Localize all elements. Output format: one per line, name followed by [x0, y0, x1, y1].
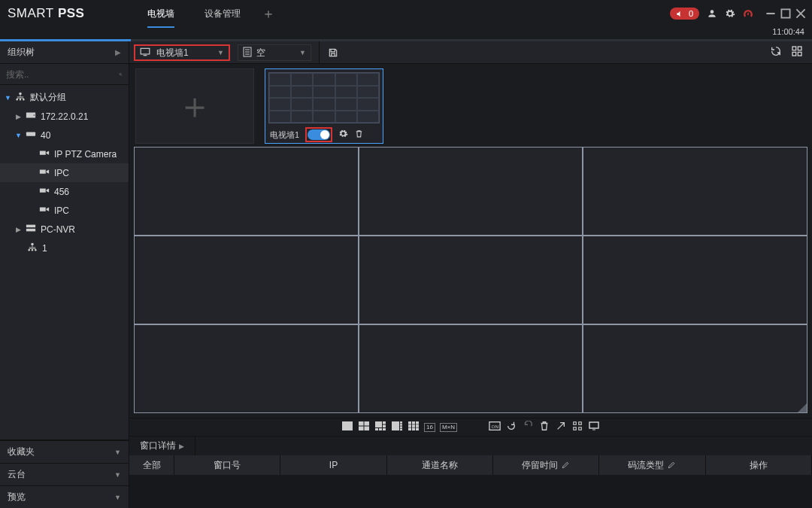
edit-icon[interactable] — [667, 461, 676, 470]
svg-rect-38 — [412, 421, 415, 424]
back-button[interactable] — [522, 421, 534, 433]
decode-to-wall-button[interactable]: ON — [489, 421, 501, 433]
svg-rect-35 — [400, 426, 402, 428]
layout-8-button[interactable] — [391, 421, 403, 433]
gear-icon[interactable] — [725, 8, 735, 19]
wall-enable-highlight — [305, 127, 332, 142]
svg-rect-24 — [359, 427, 364, 431]
grid-config-icon[interactable] — [791, 45, 803, 59]
add-wall-button[interactable]: ＋ — [135, 68, 254, 144]
maximize-button[interactable] — [780, 8, 791, 19]
col-channel: 通道名称 — [387, 455, 493, 475]
divider — [319, 41, 320, 63]
svg-rect-34 — [400, 424, 402, 426]
detail-table-empty — [129, 475, 812, 508]
window-controls — [765, 8, 806, 19]
layout-16-button[interactable]: 16 — [424, 423, 435, 432]
viewer-cell[interactable] — [583, 236, 807, 324]
viewer-cell[interactable] — [583, 148, 807, 235]
accordion-preview[interactable]: 预览▼ — [0, 485, 129, 508]
accordion-favorites[interactable]: 收藏夹▼ — [0, 440, 129, 463]
tree-channel-label: IP PTZ Camera — [54, 149, 117, 160]
tree-channel-456[interactable]: 456 — [0, 182, 129, 201]
notification-badge[interactable]: 0 — [670, 8, 699, 20]
svg-rect-25 — [364, 427, 369, 431]
search-icon[interactable] — [119, 69, 123, 80]
svg-point-19 — [32, 249, 34, 251]
layout-6-button[interactable] — [374, 421, 386, 433]
svg-rect-30 — [379, 428, 382, 430]
tree-channel-ipc1[interactable]: IPC — [0, 163, 129, 182]
chevron-right-icon: ▶ — [179, 443, 184, 450]
wall-settings-button[interactable] — [338, 129, 348, 141]
svg-point-18 — [28, 249, 30, 251]
trash-button[interactable] — [538, 421, 550, 433]
layout-9-button[interactable] — [408, 421, 420, 433]
resize-handle[interactable] — [798, 403, 807, 412]
clear-button[interactable] — [555, 421, 567, 433]
add-tab-button[interactable]: ＋ — [256, 0, 281, 27]
col-all[interactable]: 全部 — [129, 455, 174, 475]
svg-rect-16 — [26, 229, 35, 232]
tree-channel-ipc2[interactable]: IPC — [0, 201, 129, 220]
device-tree: ▼ 默认分组 ▶ 172.22.0.21 ▼ 40 IP PTZ Camera … — [0, 85, 129, 440]
org-tree-title: 组织树 — [8, 46, 35, 59]
wall-delete-button[interactable] — [354, 129, 364, 141]
tree-channel-ptz[interactable]: IP PTZ Camera — [0, 144, 129, 163]
tree-root[interactable]: ▼ 默认分组 — [0, 88, 129, 107]
layout-mn-button[interactable]: M×N — [440, 423, 457, 432]
caret-down-icon: ▼ — [5, 94, 11, 102]
left-accordion: 收藏夹▼ 云台▼ 预览▼ — [0, 440, 129, 508]
tree-dev40-node[interactable]: ▼ 40 — [0, 126, 129, 144]
tab-device-manage[interactable]: 设备管理 — [189, 0, 256, 27]
viewer-cell[interactable] — [359, 236, 583, 324]
wall-selector-dropdown[interactable]: 电视墙1 ▼ — [134, 44, 230, 61]
search-input[interactable] — [6, 69, 119, 80]
viewer-cell[interactable] — [583, 325, 807, 412]
viewer-cell[interactable] — [135, 325, 358, 412]
layout-4-button[interactable] — [358, 421, 370, 433]
screen-button[interactable] — [588, 421, 600, 433]
svg-rect-4 — [798, 47, 801, 50]
svg-point-20 — [35, 249, 37, 251]
tab-window-detail[interactable]: 窗口详情 ▶ — [129, 437, 195, 455]
tab-video-wall[interactable]: 电视墙 — [132, 0, 189, 27]
tree-pcnvr-node[interactable]: ▶ PC-NVR — [0, 220, 129, 239]
camera-icon — [39, 167, 50, 178]
gauge-icon[interactable] — [743, 8, 753, 19]
refresh-icon[interactable] — [770, 45, 782, 59]
tree-node-1[interactable]: 1 — [0, 239, 129, 257]
title-bar: SMART PSS 电视墙 设备管理 ＋ 0 — [0, 0, 812, 27]
tree-dev40-label: 40 — [41, 130, 50, 141]
svg-rect-6 — [798, 52, 801, 56]
save-button[interactable] — [327, 41, 339, 63]
wall-enable-toggle[interactable] — [308, 129, 330, 140]
tour-button[interactable] — [505, 421, 517, 433]
plus-icon: ＋ — [177, 88, 213, 124]
wall-thumbnail-1[interactable]: 电视墙1 — [265, 68, 383, 144]
notification-count: 0 — [689, 9, 693, 18]
viewer-cell[interactable] — [359, 325, 583, 412]
svg-rect-52 — [589, 422, 598, 428]
tab-video-wall-label: 电视墙 — [147, 8, 174, 20]
viewer-cell[interactable] — [135, 148, 358, 235]
org-tree-header[interactable]: 组织树 ▶ — [0, 41, 129, 63]
accordion-label: 预览 — [8, 491, 26, 503]
tree-ip-node[interactable]: ▶ 172.22.0.21 — [0, 107, 129, 126]
left-panel: ▼ 默认分组 ▶ 172.22.0.21 ▼ 40 IP PTZ Camera … — [0, 64, 129, 508]
video-wall-viewer[interactable] — [134, 147, 807, 413]
accordion-ptz[interactable]: 云台▼ — [0, 463, 129, 485]
viewer-cell[interactable] — [359, 148, 583, 235]
user-icon[interactable] — [707, 8, 717, 19]
edit-icon[interactable] — [561, 461, 570, 470]
minimize-button[interactable] — [765, 8, 776, 19]
task-selector-dropdown[interactable]: 空 ▼ — [238, 44, 311, 61]
viewer-cell[interactable] — [135, 236, 358, 324]
top-tabs: 电视墙 设备管理 ＋ — [132, 0, 281, 27]
svg-point-9 — [16, 99, 18, 101]
layout-1-button[interactable] — [341, 421, 353, 433]
caret-right-icon: ▶ — [15, 226, 21, 233]
grid-button[interactable] — [571, 421, 583, 433]
svg-rect-22 — [359, 421, 364, 426]
close-button[interactable] — [795, 8, 806, 19]
